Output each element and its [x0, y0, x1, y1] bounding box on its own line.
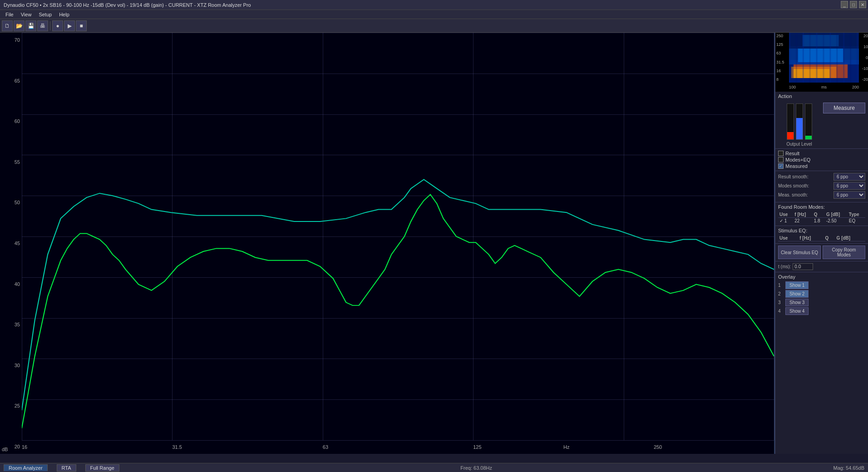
grid-v-5	[774, 33, 774, 440]
measured-label: Measured	[785, 163, 808, 169]
level-meter-3	[805, 103, 812, 140]
spec-db-10: 10	[859, 44, 868, 49]
spec-x-100: 100	[789, 85, 796, 89]
modes-eq-label: Modes+EQ	[785, 157, 810, 162]
modes-smooth-select[interactable]: 6 ppo 3 ppo 1 ppo None	[833, 182, 865, 190]
table-row: ✓ 1 22 1.8 -2.50 EQ	[778, 218, 865, 224]
y-label-55: 55	[2, 159, 20, 165]
overlay-row-3: 3 Show 3	[778, 299, 865, 306]
result-smooth-select[interactable]: 6 ppo 3 ppo 1 ppo None	[833, 173, 865, 181]
room-modes-section: Found Room Modes: Use f [Hz] Q G [dB] Ty…	[775, 202, 868, 226]
overlay-show4-button[interactable]: Show 4	[785, 307, 809, 315]
measure-button[interactable]: Measure	[823, 103, 865, 113]
spec-label-125: 125	[776, 42, 788, 47]
copy-room-modes-button[interactable]: Copy Room Modes	[823, 246, 865, 259]
y-label-45: 45	[2, 241, 20, 246]
modes-table: Use f [Hz] Q G [dB] Type ✓ 1 22 1.8 -2.5…	[778, 211, 865, 224]
overlay-show3-button[interactable]: Show 3	[785, 299, 809, 306]
minimize-button[interactable]: _	[841, 1, 848, 8]
status-bar: Room Analyzer RTA Full Range Freq: 63.08…	[0, 463, 868, 472]
eq-table: Use f [Hz] Q G [dB]	[778, 235, 865, 241]
spec-db-20: 20	[859, 34, 868, 38]
close-button[interactable]: ✕	[859, 1, 866, 8]
eq-col-g: G [dB]	[835, 235, 865, 241]
play-button[interactable]: ▶	[64, 20, 75, 31]
x-axis: 16 31.5 63 125 Hz 250	[22, 440, 774, 454]
result-smooth-label: Result smooth:	[778, 174, 809, 179]
tms-row: t (ms):	[775, 261, 868, 272]
result-checkbox[interactable]	[778, 151, 784, 156]
rec-button[interactable]: ●	[52, 20, 63, 31]
overlay-title: Overlay	[778, 274, 865, 280]
meas-smooth-select[interactable]: 6 ppo 3 ppo 1 ppo None	[833, 191, 865, 199]
maximize-button[interactable]: □	[850, 1, 857, 8]
spec-db-0: 0	[859, 55, 868, 60]
spec-db-n10: -10	[859, 66, 868, 71]
tab-rta[interactable]: RTA	[57, 464, 76, 472]
spec-label-315: 31.5	[776, 60, 788, 64]
measured-checkbox[interactable]: ✓	[778, 163, 784, 169]
right-panel: 250 125 63 31.5 16 8	[775, 33, 868, 454]
spectrogram-db-labels: 20 10 0 -10 -20	[859, 33, 868, 83]
spectrogram-heatmap	[789, 33, 859, 83]
col-freq: f [Hz]	[793, 211, 812, 218]
overlay-show1-button[interactable]: Show 1	[785, 281, 809, 289]
spec-x-ms: ms	[821, 85, 827, 89]
col-q: Q	[813, 211, 825, 218]
svg-rect-17	[843, 33, 844, 83]
frequency-response-chart	[22, 33, 774, 440]
overlay-row-1: 1 Show 1	[778, 281, 865, 289]
col-g: G [dB]	[825, 211, 848, 218]
y-label-60: 60	[2, 118, 20, 124]
clear-stimulus-button[interactable]: Clear Stimulus EQ	[778, 246, 821, 259]
open-button[interactable]: 📂	[14, 20, 25, 31]
toolbar: 🗋 📂 💾 🖶 ● ▶ ■	[0, 19, 868, 33]
svg-rect-19	[857, 33, 858, 83]
overlay-show2-button[interactable]: Show 2	[785, 290, 809, 298]
output-level-label: Output Level	[778, 142, 820, 147]
meas-smooth-label: Meas. smooth:	[778, 192, 808, 197]
mode-q: 1.8	[813, 218, 825, 224]
print-button[interactable]: 🖶	[37, 20, 48, 31]
x-label-125: 125	[473, 444, 481, 450]
tab-room-analyzer[interactable]: Room Analyzer	[4, 464, 48, 471]
level-meter-1	[787, 103, 794, 140]
x-label-250: 250	[654, 444, 662, 450]
menu-setup[interactable]: Setup	[35, 11, 55, 18]
x-label-63: 63	[323, 444, 328, 450]
menu-help[interactable]: Help	[55, 11, 73, 18]
x-label-hz: Hz	[563, 444, 569, 450]
new-button[interactable]: 🗋	[2, 20, 13, 31]
app-title: Dynaudio CF50 • 2x SB16 - 90-100 Hz -15d…	[4, 2, 251, 8]
tab-full-range[interactable]: Full Range	[85, 464, 119, 472]
lower-curve	[22, 195, 774, 428]
x-label-315: 31.5	[172, 444, 182, 450]
level-meters	[778, 103, 820, 140]
modes-eq-checkbox-row: Modes+EQ	[778, 157, 865, 162]
toolbar-sep-1	[50, 21, 50, 30]
smooth-section: Result smooth: 6 ppo 3 ppo 1 ppo None Mo…	[775, 171, 868, 202]
eq-col-q: Q	[824, 235, 835, 241]
modes-eq-checkbox[interactable]	[778, 157, 784, 162]
svg-rect-18	[850, 33, 851, 83]
save-button[interactable]: 💾	[25, 20, 36, 31]
mode-type: EQ	[848, 218, 865, 224]
menu-file[interactable]: File	[2, 11, 17, 18]
y-label-65: 65	[2, 78, 20, 84]
menu-view[interactable]: View	[17, 11, 35, 18]
spec-label-16: 16	[776, 69, 788, 73]
meas-smooth-row: Meas. smooth: 6 ppo 3 ppo 1 ppo None	[778, 191, 865, 199]
y-label-30: 30	[2, 363, 20, 368]
mode-freq: 22	[793, 218, 812, 224]
y-axis: 70 65 60 55 50 45 40 35 30 25 20	[0, 33, 22, 454]
svg-rect-11	[803, 33, 804, 83]
stop-button[interactable]: ■	[76, 20, 87, 31]
spectrogram-x-labels: 100 ms 200	[789, 83, 859, 92]
spec-x-200: 200	[852, 85, 859, 89]
meter-fill-blue	[796, 118, 803, 139]
y-label-50: 50	[2, 200, 20, 205]
tms-input[interactable]	[793, 263, 813, 270]
stimulus-eq-title: Stimulus EQ:	[778, 228, 865, 233]
svg-rect-9	[789, 33, 790, 83]
svg-rect-12	[809, 33, 811, 83]
